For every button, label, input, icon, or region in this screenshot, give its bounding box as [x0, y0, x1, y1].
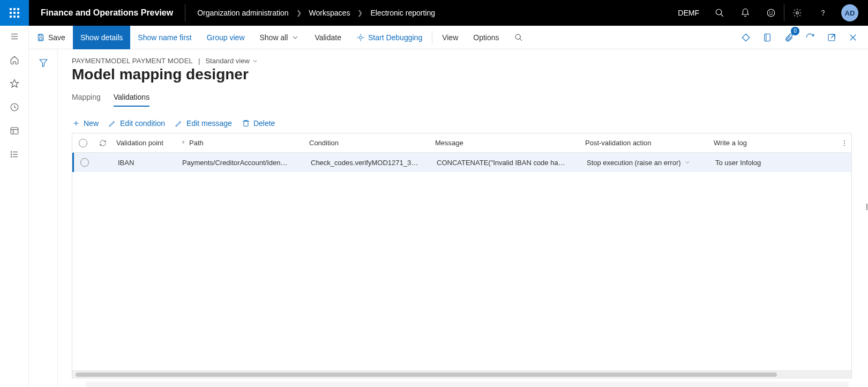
cell-write-a-log[interactable]: To user Infolog — [711, 159, 786, 167]
svg-rect-31 — [39, 34, 42, 36]
svg-point-14 — [796, 12, 799, 14]
view-name: Standard view — [205, 57, 249, 65]
legal-entity[interactable]: DEMF — [670, 9, 707, 17]
cell-message[interactable]: CONCATENATE("Invalid IBAN code ha… — [432, 159, 582, 167]
help-button[interactable] — [810, 0, 836, 26]
settings-button[interactable] — [784, 0, 810, 26]
svg-rect-50 — [244, 121, 248, 126]
notifications-button[interactable] — [732, 0, 758, 26]
recent-button[interactable] — [8, 101, 21, 114]
popout-button[interactable] — [822, 28, 841, 47]
col-validation-point[interactable]: Validation point — [112, 139, 176, 147]
close-button[interactable] — [843, 28, 863, 47]
list-icon — [10, 150, 19, 159]
cell-post-validation-action[interactable]: Stop execution (raise an error) — [582, 159, 711, 167]
pencil-icon — [108, 119, 117, 128]
avatar[interactable]: AD — [841, 4, 858, 21]
star-icon — [10, 79, 19, 88]
save-button[interactable]: Save — [29, 26, 73, 49]
edit-message-button[interactable]: Edit message — [175, 119, 232, 128]
breadcrumb-item[interactable]: Workspaces — [309, 9, 350, 17]
svg-rect-5 — [17, 12, 19, 14]
col-write-a-log[interactable]: Write a log — [709, 139, 784, 147]
table-row[interactable]: IBAN Payments/CreditorAccount/Iden… Chec… — [72, 153, 851, 172]
validate-button[interactable]: Validate — [307, 26, 349, 49]
svg-point-33 — [359, 36, 362, 39]
hamburger-button[interactable] — [8, 30, 21, 43]
chevron-down-icon — [684, 159, 691, 166]
smile-icon — [766, 8, 776, 18]
row-checkbox[interactable] — [74, 158, 95, 167]
show-details-button[interactable]: Show details — [73, 26, 130, 49]
cell-condition[interactable]: Check_codes.verifyMOD1271_3… — [306, 159, 432, 167]
column-options-button[interactable] — [841, 133, 848, 153]
breadcrumb-item[interactable]: Electronic reporting — [370, 9, 435, 17]
feedback-button[interactable] — [758, 0, 784, 26]
cell-validation-point[interactable]: IBAN — [114, 159, 178, 167]
start-debugging-button[interactable]: Start Debugging — [349, 26, 430, 49]
show-details-label: Show details — [80, 33, 123, 42]
tab-validations[interactable]: Validations — [114, 93, 149, 107]
filter-button[interactable] — [39, 58, 48, 387]
svg-point-12 — [769, 12, 770, 12]
separator — [432, 31, 432, 44]
svg-rect-22 — [11, 128, 18, 134]
search-icon — [514, 33, 523, 42]
show-name-first-button[interactable]: Show name first — [130, 26, 199, 49]
group-view-button[interactable]: Group view — [199, 26, 252, 49]
svg-rect-3 — [10, 12, 12, 14]
page-search-button[interactable] — [507, 26, 530, 49]
svg-point-11 — [767, 9, 775, 17]
cell-path[interactable]: Payments/CreditorAccount/Iden… — [178, 159, 306, 167]
edit-condition-button[interactable]: Edit condition — [108, 119, 165, 128]
new-button[interactable]: New — [72, 119, 99, 128]
content-pane: PAYMENTMODEL PAYMENT MODEL | Standard vi… — [58, 49, 868, 387]
plus-icon — [72, 119, 80, 128]
view-selector[interactable]: Standard view — [205, 57, 258, 65]
svg-rect-32 — [39, 38, 42, 40]
workspaces-button[interactable] — [8, 124, 21, 137]
favorites-button[interactable] — [8, 77, 21, 90]
related-info-button[interactable] — [736, 28, 755, 47]
svg-marker-20 — [10, 80, 18, 87]
chevron-down-icon — [291, 33, 300, 42]
refresh-button[interactable] — [800, 28, 820, 47]
home-icon — [10, 55, 19, 65]
grid-refresh-button[interactable] — [94, 139, 112, 147]
view-menu[interactable]: View — [435, 26, 466, 49]
validations-grid: Validation point Path Condition Message … — [72, 133, 852, 378]
right-panel-grip[interactable]: || — [866, 203, 867, 210]
options-label: Options — [473, 33, 499, 42]
model-name: PAYMENTMODEL PAYMENT MODEL — [72, 57, 193, 65]
breadcrumb-item[interactable]: Organization administration — [197, 9, 288, 17]
breadcrumb: Organization administration ❯ Workspaces… — [185, 9, 670, 17]
delete-button[interactable]: Delete — [242, 119, 275, 128]
col-path[interactable]: Path — [176, 139, 305, 147]
attachments-badge: 0 — [791, 27, 799, 35]
attachments-button[interactable]: 0 — [779, 28, 798, 47]
tab-mapping[interactable]: Mapping — [72, 93, 101, 107]
svg-point-54 — [844, 145, 845, 146]
show-all-dropdown[interactable]: Show all — [252, 26, 308, 49]
grid-horizontal-scrollbar[interactable] — [72, 370, 851, 378]
options-menu[interactable]: Options — [466, 26, 506, 49]
select-all-checkbox[interactable] — [72, 139, 94, 147]
top-navbar: Finance and Operations Preview Organizat… — [0, 0, 868, 26]
scrollbar-thumb[interactable] — [76, 373, 777, 377]
diamond-icon — [741, 33, 751, 42]
svg-point-13 — [772, 12, 773, 12]
col-condition[interactable]: Condition — [305, 139, 431, 147]
modules-button[interactable] — [8, 148, 21, 161]
col-post-validation-action[interactable]: Post-validation action — [581, 139, 709, 147]
close-icon — [848, 33, 858, 42]
app-launcher-button[interactable] — [0, 0, 29, 26]
funnel-icon — [39, 58, 48, 68]
grid-toolbar: New Edit condition Edit message Delete — [72, 119, 858, 128]
search-button[interactable] — [707, 0, 732, 26]
office-button[interactable] — [758, 28, 777, 47]
col-message[interactable]: Message — [431, 139, 581, 147]
page-horizontal-scrollbar[interactable] — [86, 382, 849, 387]
new-label: New — [84, 119, 99, 128]
home-button[interactable] — [8, 54, 21, 66]
grid-header-row: Validation point Path Condition Message … — [72, 133, 851, 153]
